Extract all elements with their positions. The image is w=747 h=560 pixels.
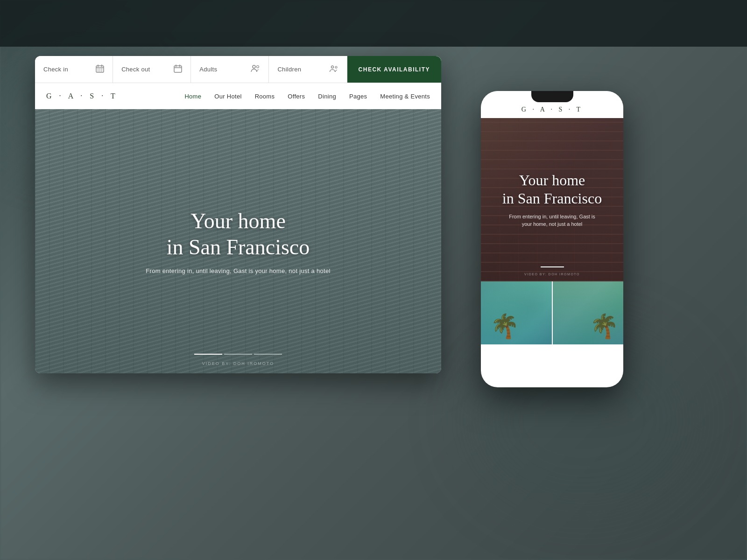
progress-dot-3 [254,354,282,355]
mobile-video-credit: VIDEO BY: DOH IROMOTO [524,273,580,276]
nav-link-ourhotel[interactable]: Our Hotel [214,93,241,100]
mobile-hero-title: Your home in San Francisco [502,171,602,207]
nav-link-pages[interactable]: Pages [349,93,367,100]
children-label: Children [277,66,301,73]
svg-point-16 [331,66,333,68]
check-availability-button[interactable]: CHECK AVAILABILITY [347,56,441,83]
desktop-logo: G · A · S · T [46,92,118,100]
mobile-hero-content: Your home in San Francisco From entering… [502,171,602,228]
svg-rect-8 [99,70,100,71]
svg-rect-7 [98,70,99,71]
mobile-title-line1: Your home [519,172,585,189]
nav-item-dining[interactable]: Dining [318,92,336,100]
nav-link-meetings[interactable]: Meeting & Events [380,93,430,100]
children-field[interactable]: Children [269,56,347,83]
calendar-icon-2 [174,64,182,75]
hero-progress-indicator [194,354,282,355]
hero-title: Your home in San Francisco [146,208,330,259]
mobile-progress-indicator [541,266,564,267]
mobile-title-line2: in San Francisco [502,190,602,207]
check-in-field[interactable]: Check in [35,56,113,83]
svg-rect-10 [174,66,182,72]
video-credit: VIDEO BY: DOH IROMOTO [202,361,274,366]
svg-rect-9 [101,70,102,71]
nav-item-offers[interactable]: Offers [288,92,305,100]
svg-rect-5 [99,69,100,70]
pool-water-overlay [481,281,552,344]
nav-link-dining[interactable]: Dining [318,93,336,100]
svg-rect-4 [98,69,99,70]
nav-item-ourhotel[interactable]: Our Hotel [214,92,241,100]
hero-title-line1: Your home [190,209,286,233]
children-icon [329,64,338,75]
booking-bar: Check in Check out [35,56,441,83]
nav-item-rooms[interactable]: Rooms [255,92,275,100]
nav-item-pages[interactable]: Pages [349,92,367,100]
hero-content: Your home in San Francisco From entering… [146,208,330,274]
gallery-image-2 [553,281,624,344]
svg-rect-6 [101,69,102,70]
nav-item-meetings[interactable]: Meeting & Events [380,92,430,100]
mobile-subtitle-2: your home, not just a hotel [522,221,583,227]
adults-icon [251,64,260,75]
nav-link-home[interactable]: Home [184,93,201,100]
mobile-inner: G · A · S · T Your home in San Francisco… [481,91,623,387]
mobile-hero-subtitle: From entering in, until leaving, Gast is… [502,213,602,228]
mobile-logo: G · A · S · T [521,106,583,113]
check-in-label: Check in [43,66,68,73]
progress-dot-2 [224,354,252,355]
svg-point-15 [257,65,259,68]
nav-link-offers[interactable]: Offers [288,93,305,100]
adults-label: Adults [199,66,217,73]
hero-title-line2: in San Francisco [167,235,310,259]
nav-bar: G · A · S · T Home Our Hotel Rooms Offer… [35,83,441,109]
svg-point-14 [253,65,255,68]
mobile-hero: Your home in San Francisco From entering… [481,118,623,281]
check-out-label: Check out [121,66,150,73]
nav-links: Home Our Hotel Rooms Offers Dining Pages… [184,92,430,100]
check-out-field[interactable]: Check out [113,56,191,83]
nav-link-rooms[interactable]: Rooms [255,93,275,100]
mobile-phone-mockup: G · A · S · T Your home in San Francisco… [481,91,623,387]
svg-point-17 [335,66,337,68]
desktop-browser-mockup: Check in Check out [35,56,441,373]
top-dark-bar [0,0,747,47]
calendar-icon [96,64,104,75]
hero-section: Your home in San Francisco From entering… [35,109,441,373]
adults-field[interactable]: Adults [191,56,269,83]
mobile-progress-line [541,266,564,267]
mobile-gallery [481,281,623,344]
mobile-subtitle-1: From entering in, until leaving, Gast is [509,214,595,219]
nav-item-home[interactable]: Home [184,92,201,100]
gallery-image-1 [481,281,553,344]
pool-water-overlay-2 [553,281,624,344]
progress-dot-1 [194,354,222,355]
hero-subtitle: From entering in, until leaving, Gast is… [146,267,330,274]
mobile-notch [531,91,573,102]
